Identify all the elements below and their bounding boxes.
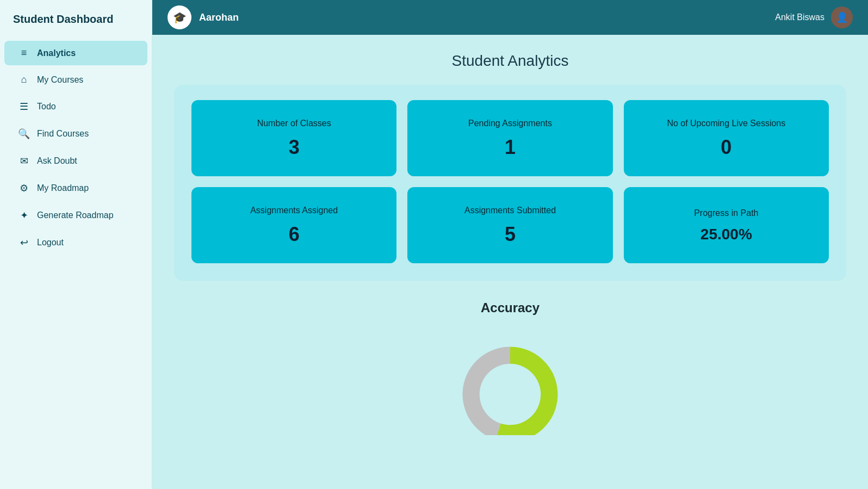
stat-label-assignments-assigned: Assignments Assigned <box>250 205 338 216</box>
org-logo: 🎓 <box>168 5 191 29</box>
sidebar-item-my-courses[interactable]: ⌂My Courses <box>4 67 147 92</box>
sidebar-item-my-roadmap[interactable]: ⚙My Roadmap <box>4 176 147 201</box>
stat-value-progress-in-path: 25.00% <box>700 226 752 243</box>
stat-card-assignments-assigned: Assignments Assigned6 <box>191 187 396 263</box>
sidebar-item-ask-doubt[interactable]: ✉Ask Doubt <box>4 148 147 174</box>
stat-label-pending-assignments: Pending Assignments <box>468 117 552 129</box>
sidebar-nav: ≡Analytics⌂My Courses☰Todo🔍Find Courses✉… <box>0 41 152 255</box>
stat-value-upcoming-sessions: 0 <box>721 136 731 159</box>
donut-chart <box>434 326 586 435</box>
sidebar-label-generate-roadmap: Generate Roadmap <box>37 211 114 220</box>
accuracy-title: Accuracy <box>174 300 846 315</box>
topbar: 🎓 Aarohan Ankit Biswas 👤 <box>152 0 868 35</box>
sidebar-label-find-courses: Find Courses <box>37 129 89 139</box>
stat-label-upcoming-sessions: No of Upcoming Live Sessions <box>667 117 785 129</box>
stat-value-assignments-assigned: 6 <box>289 223 300 246</box>
topbar-right: Ankit Biswas 👤 <box>775 7 853 28</box>
sidebar-title: Student Dashboard <box>0 13 152 41</box>
page-title: Student Analytics <box>174 52 846 70</box>
analytics-container: Number of Classes3Pending Assignments1No… <box>174 85 846 281</box>
donut-incorrect-slice <box>463 347 511 436</box>
sidebar-label-my-courses: My Courses <box>37 75 83 85</box>
todo-icon: ☰ <box>17 101 30 113</box>
sidebar: Student Dashboard ≡Analytics⌂My Courses☰… <box>0 0 152 489</box>
my-roadmap-icon: ⚙ <box>17 182 30 194</box>
logout-icon: ↩ <box>17 237 30 249</box>
sidebar-item-find-courses[interactable]: 🔍Find Courses <box>4 121 147 146</box>
my-courses-icon: ⌂ <box>17 74 30 85</box>
sidebar-label-analytics: Analytics <box>37 48 76 58</box>
stat-card-upcoming-sessions: No of Upcoming Live Sessions0 <box>624 100 829 176</box>
find-courses-icon: 🔍 <box>17 128 30 140</box>
org-name: Aarohan <box>199 12 239 23</box>
stat-card-pending-assignments: Pending Assignments1 <box>407 100 612 176</box>
stat-value-pending-assignments: 1 <box>505 136 516 159</box>
topbar-left: 🎓 Aarohan <box>168 5 239 29</box>
sidebar-item-logout[interactable]: ↩Logout <box>4 230 147 255</box>
org-logo-icon: 🎓 <box>173 11 187 24</box>
sidebar-label-ask-doubt: Ask Doubt <box>37 156 77 166</box>
avatar-icon: 👤 <box>836 11 848 23</box>
accuracy-section: Accuracy <box>174 300 846 435</box>
stat-value-assignments-submitted: 5 <box>505 223 516 246</box>
user-name: Ankit Biswas <box>775 13 824 22</box>
stat-label-progress-in-path: Progress in Path <box>694 207 758 219</box>
stats-grid: Number of Classes3Pending Assignments1No… <box>191 100 829 263</box>
main-area: 🎓 Aarohan Ankit Biswas 👤 Student Analyti… <box>152 0 868 489</box>
stat-label-num-classes: Number of Classes <box>257 117 331 129</box>
donut-chart-container <box>174 326 846 435</box>
stat-value-num-classes: 3 <box>289 136 300 159</box>
avatar: 👤 <box>831 7 853 28</box>
stat-card-progress-in-path: Progress in Path25.00% <box>624 187 829 263</box>
sidebar-label-logout: Logout <box>37 238 64 247</box>
ask-doubt-icon: ✉ <box>17 155 30 167</box>
analytics-icon: ≡ <box>17 47 30 59</box>
content-area: Student Analytics Number of Classes3Pend… <box>152 35 868 489</box>
stat-card-num-classes: Number of Classes3 <box>191 100 396 176</box>
generate-roadmap-icon: ✦ <box>17 209 30 221</box>
stat-card-assignments-submitted: Assignments Submitted5 <box>407 187 612 263</box>
sidebar-label-todo: Todo <box>37 102 56 112</box>
sidebar-label-my-roadmap: My Roadmap <box>37 183 89 193</box>
stat-label-assignments-submitted: Assignments Submitted <box>464 205 556 216</box>
sidebar-item-todo[interactable]: ☰Todo <box>4 94 147 119</box>
sidebar-item-analytics[interactable]: ≡Analytics <box>4 41 147 65</box>
sidebar-item-generate-roadmap[interactable]: ✦Generate Roadmap <box>4 203 147 228</box>
